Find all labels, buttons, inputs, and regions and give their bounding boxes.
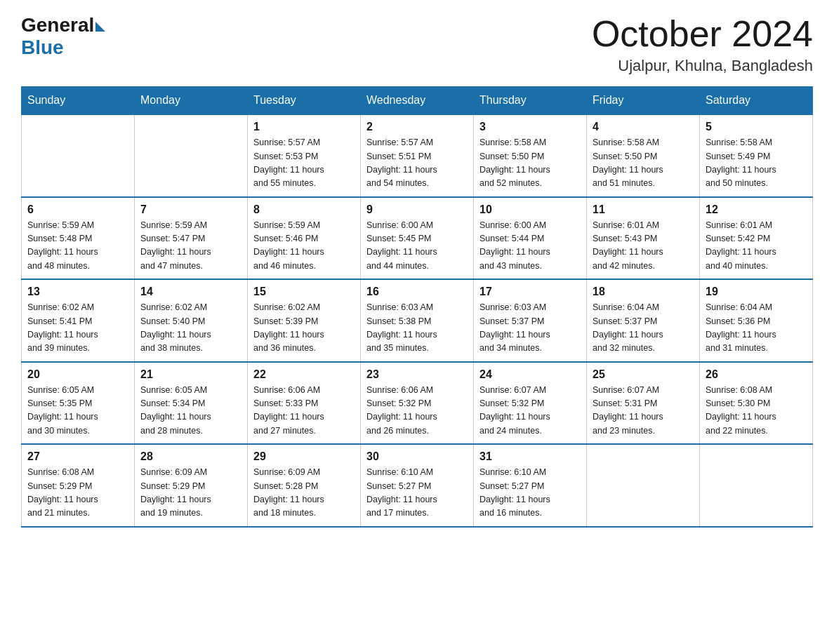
- day-number: 12: [706, 203, 807, 216]
- day-info: Sunrise: 6:02 AM Sunset: 5:39 PM Dayligh…: [253, 301, 355, 356]
- day-info: Sunrise: 5:59 AM Sunset: 5:46 PM Dayligh…: [253, 219, 355, 274]
- day-info: Sunrise: 6:04 AM Sunset: 5:36 PM Dayligh…: [706, 301, 807, 356]
- day-info: Sunrise: 6:02 AM Sunset: 5:40 PM Dayligh…: [140, 301, 241, 356]
- calendar-cell: 21Sunrise: 6:05 AM Sunset: 5:34 PM Dayli…: [135, 362, 248, 445]
- calendar-cell: 24Sunrise: 6:07 AM Sunset: 5:32 PM Dayli…: [474, 362, 587, 445]
- calendar-week-4: 20Sunrise: 6:05 AM Sunset: 5:35 PM Dayli…: [22, 362, 813, 445]
- day-number: 8: [253, 203, 355, 216]
- calendar-cell: [22, 114, 135, 197]
- weekday-header-sunday: Sunday: [22, 87, 135, 115]
- day-info: Sunrise: 6:02 AM Sunset: 5:41 PM Dayligh…: [27, 301, 128, 356]
- calendar-cell: 19Sunrise: 6:04 AM Sunset: 5:36 PM Dayli…: [700, 279, 813, 362]
- logo-blue-text: Blue: [21, 36, 64, 59]
- day-number: 29: [253, 450, 355, 463]
- calendar-cell: 7Sunrise: 5:59 AM Sunset: 5:47 PM Daylig…: [135, 197, 248, 280]
- calendar-cell: 2Sunrise: 5:57 AM Sunset: 5:51 PM Daylig…: [361, 114, 474, 197]
- day-number: 20: [27, 368, 128, 381]
- day-number: 28: [140, 450, 241, 463]
- day-number: 30: [366, 450, 468, 463]
- day-info: Sunrise: 5:58 AM Sunset: 5:50 PM Dayligh…: [479, 136, 581, 191]
- calendar-cell: 28Sunrise: 6:09 AM Sunset: 5:29 PM Dayli…: [135, 444, 248, 527]
- calendar-cell: 14Sunrise: 6:02 AM Sunset: 5:40 PM Dayli…: [135, 279, 248, 362]
- logo-arrow-icon: [95, 22, 105, 32]
- calendar-cell: 23Sunrise: 6:06 AM Sunset: 5:32 PM Dayli…: [361, 362, 474, 445]
- day-number: 21: [140, 368, 241, 381]
- calendar-week-5: 27Sunrise: 6:08 AM Sunset: 5:29 PM Dayli…: [22, 444, 813, 527]
- day-info: Sunrise: 6:00 AM Sunset: 5:44 PM Dayligh…: [479, 219, 581, 274]
- weekday-header-thursday: Thursday: [474, 87, 587, 115]
- day-info: Sunrise: 6:08 AM Sunset: 5:30 PM Dayligh…: [706, 384, 807, 438]
- day-number: 14: [140, 286, 241, 298]
- page-header: General Blue October 2024 Ujalpur, Khuln…: [21, 14, 813, 75]
- weekday-header-saturday: Saturday: [700, 87, 813, 115]
- day-number: 15: [253, 286, 355, 298]
- weekday-header-row: SundayMondayTuesdayWednesdayThursdayFrid…: [22, 87, 813, 115]
- day-info: Sunrise: 5:58 AM Sunset: 5:50 PM Dayligh…: [593, 136, 694, 191]
- day-number: 25: [593, 368, 694, 381]
- title-section: October 2024 Ujalpur, Khulna, Bangladesh: [592, 14, 813, 75]
- day-number: 13: [27, 286, 128, 298]
- logo: General Blue: [21, 14, 105, 59]
- calendar-cell: 20Sunrise: 6:05 AM Sunset: 5:35 PM Dayli…: [22, 362, 135, 445]
- calendar-cell: 25Sunrise: 6:07 AM Sunset: 5:31 PM Dayli…: [587, 362, 700, 445]
- calendar-cell: 18Sunrise: 6:04 AM Sunset: 5:37 PM Dayli…: [587, 279, 700, 362]
- calendar-cell: 13Sunrise: 6:02 AM Sunset: 5:41 PM Dayli…: [22, 279, 135, 362]
- calendar-cell: 1Sunrise: 5:57 AM Sunset: 5:53 PM Daylig…: [248, 114, 361, 197]
- calendar-cell: 16Sunrise: 6:03 AM Sunset: 5:38 PM Dayli…: [361, 279, 474, 362]
- calendar-week-2: 6Sunrise: 5:59 AM Sunset: 5:48 PM Daylig…: [22, 197, 813, 280]
- day-number: 19: [706, 286, 807, 298]
- day-number: 22: [253, 368, 355, 381]
- calendar-cell: 15Sunrise: 6:02 AM Sunset: 5:39 PM Dayli…: [248, 279, 361, 362]
- day-info: Sunrise: 6:01 AM Sunset: 5:42 PM Dayligh…: [706, 219, 807, 274]
- day-number: 18: [593, 286, 694, 298]
- weekday-header-friday: Friday: [587, 87, 700, 115]
- day-number: 16: [366, 286, 468, 298]
- calendar-cell: [700, 444, 813, 527]
- day-number: 17: [479, 286, 581, 298]
- weekday-header-wednesday: Wednesday: [361, 87, 474, 115]
- calendar-cell: 17Sunrise: 6:03 AM Sunset: 5:37 PM Dayli…: [474, 279, 587, 362]
- day-info: Sunrise: 6:07 AM Sunset: 5:31 PM Dayligh…: [593, 384, 694, 438]
- day-number: 31: [479, 450, 581, 463]
- calendar-cell: 27Sunrise: 6:08 AM Sunset: 5:29 PM Dayli…: [22, 444, 135, 527]
- day-number: 3: [479, 121, 581, 133]
- day-info: Sunrise: 5:59 AM Sunset: 5:48 PM Dayligh…: [27, 219, 128, 274]
- day-info: Sunrise: 6:06 AM Sunset: 5:33 PM Dayligh…: [253, 384, 355, 438]
- day-info: Sunrise: 6:10 AM Sunset: 5:27 PM Dayligh…: [479, 466, 581, 521]
- calendar-cell: [135, 114, 248, 197]
- day-info: Sunrise: 6:05 AM Sunset: 5:34 PM Dayligh…: [140, 384, 241, 438]
- day-number: 24: [479, 368, 581, 381]
- day-info: Sunrise: 5:58 AM Sunset: 5:49 PM Dayligh…: [706, 136, 807, 191]
- calendar-cell: 8Sunrise: 5:59 AM Sunset: 5:46 PM Daylig…: [248, 197, 361, 280]
- calendar-cell: 6Sunrise: 5:59 AM Sunset: 5:48 PM Daylig…: [22, 197, 135, 280]
- location-text: Ujalpur, Khulna, Bangladesh: [592, 57, 813, 75]
- logo-general-text: General: [21, 14, 94, 36]
- calendar-cell: 29Sunrise: 6:09 AM Sunset: 5:28 PM Dayli…: [248, 444, 361, 527]
- day-info: Sunrise: 6:10 AM Sunset: 5:27 PM Dayligh…: [366, 466, 468, 521]
- day-info: Sunrise: 6:05 AM Sunset: 5:35 PM Dayligh…: [27, 384, 128, 438]
- calendar-cell: 3Sunrise: 5:58 AM Sunset: 5:50 PM Daylig…: [474, 114, 587, 197]
- calendar-cell: 12Sunrise: 6:01 AM Sunset: 5:42 PM Dayli…: [700, 197, 813, 280]
- day-number: 9: [366, 203, 468, 216]
- day-number: 6: [27, 203, 128, 216]
- day-number: 26: [706, 368, 807, 381]
- day-number: 27: [27, 450, 128, 463]
- day-number: 5: [706, 121, 807, 133]
- calendar-cell: 26Sunrise: 6:08 AM Sunset: 5:30 PM Dayli…: [700, 362, 813, 445]
- calendar-cell: 10Sunrise: 6:00 AM Sunset: 5:44 PM Dayli…: [474, 197, 587, 280]
- day-info: Sunrise: 5:57 AM Sunset: 5:51 PM Dayligh…: [366, 136, 468, 191]
- calendar-cell: 4Sunrise: 5:58 AM Sunset: 5:50 PM Daylig…: [587, 114, 700, 197]
- weekday-header-monday: Monday: [135, 87, 248, 115]
- day-info: Sunrise: 6:01 AM Sunset: 5:43 PM Dayligh…: [593, 219, 694, 274]
- calendar-table: SundayMondayTuesdayWednesdayThursdayFrid…: [21, 86, 813, 528]
- day-info: Sunrise: 5:59 AM Sunset: 5:47 PM Dayligh…: [140, 219, 241, 274]
- day-number: 7: [140, 203, 241, 216]
- day-number: 10: [479, 203, 581, 216]
- calendar-cell: 9Sunrise: 6:00 AM Sunset: 5:45 PM Daylig…: [361, 197, 474, 280]
- day-number: 11: [593, 203, 694, 216]
- calendar-cell: 22Sunrise: 6:06 AM Sunset: 5:33 PM Dayli…: [248, 362, 361, 445]
- day-number: 23: [366, 368, 468, 381]
- calendar-week-1: 1Sunrise: 5:57 AM Sunset: 5:53 PM Daylig…: [22, 114, 813, 197]
- day-number: 4: [593, 121, 694, 133]
- calendar-cell: 31Sunrise: 6:10 AM Sunset: 5:27 PM Dayli…: [474, 444, 587, 527]
